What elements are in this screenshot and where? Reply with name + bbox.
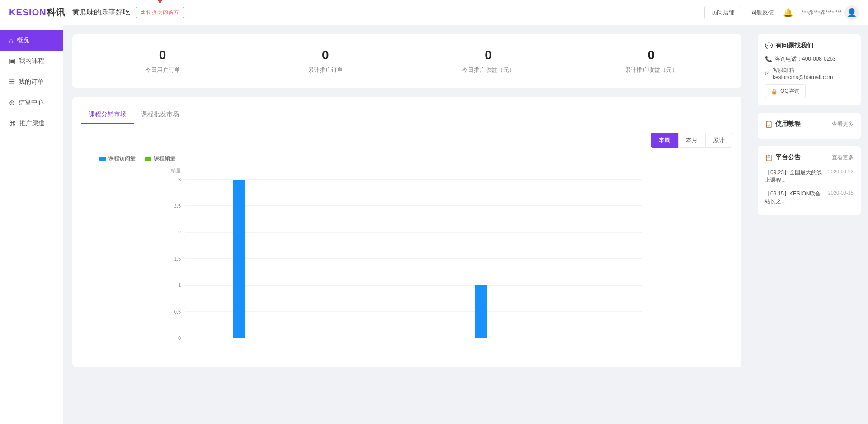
legend-visits-label: 课程访问量: [108, 155, 136, 162]
svg-text:3: 3: [178, 177, 181, 182]
svg-text:1.5: 1.5: [174, 256, 181, 262]
chart-legend: 课程访问量 课程销量: [99, 155, 732, 162]
svg-text:0.5: 0.5: [174, 309, 181, 314]
svg-text:0: 0: [178, 335, 181, 341]
announcement-list: 【09.23】全国最大的线上课程... 2020-09-23 【09.15】KE…: [765, 166, 854, 208]
stat-total-promo-orders-value: 0: [244, 48, 406, 62]
sidebar-item-my-courses[interactable]: ▣ 我的课程: [0, 51, 63, 71]
ctrl-cumulative[interactable]: 累计: [705, 133, 732, 148]
main-layout: ⌂ 概况 ▣ 我的课程 ☰ 我的订单 ⊕ 结算中心 ⌘ 推广渠道 0 今日用户订…: [0, 25, 868, 424]
right-panel: 💬 有问题找我们 📞 咨询电话：400-008-0263 ✉ 客服邮箱：kesi…: [750, 25, 868, 424]
email-label: 客服邮箱：kesioncms@hotmail.com: [773, 67, 854, 81]
announcement-title: 📋 平台公告: [765, 153, 801, 162]
user-info[interactable]: ***@***@****.*** 👤: [802, 5, 859, 20]
settlement-icon: ⊕: [9, 99, 15, 107]
stat-today-orders-label: 今日用户订单: [81, 66, 244, 74]
orders-icon: ☰: [9, 78, 15, 86]
announcement-card: 📋 平台公告 查看更多 【09.23】全国最大的线上课程... 2020-09-…: [758, 146, 861, 215]
help-card: 💬 有问题找我们 📞 咨询电话：400-008-0263 ✉ 客服邮箱：kesi…: [758, 34, 861, 105]
sidebar-label-promo: 推广渠道: [19, 119, 45, 128]
tab-wholesale[interactable]: 课程批发市场: [134, 106, 186, 124]
stat-total-earnings: 0 累计推广收益（元）: [570, 48, 732, 74]
legend-visits: 课程访问量: [99, 155, 136, 162]
tutorial-more-link[interactable]: 查看更多: [832, 120, 854, 128]
qq-btn-label: QQ咨询: [780, 87, 800, 95]
home-icon: ⌂: [9, 37, 13, 44]
email-row: ✉ 客服邮箱：kesioncms@hotmail.com: [765, 67, 854, 81]
avatar: 👤: [844, 5, 859, 20]
ctrl-week[interactable]: 本周: [651, 133, 678, 148]
switch-btn-label: 切换为内窗方: [146, 9, 179, 16]
phone-icon: 📞: [765, 56, 772, 62]
news-item-1[interactable]: 【09.15】KESION联合站长之... 2020-09-15: [765, 187, 854, 208]
stat-total-earnings-value: 0: [570, 48, 732, 62]
help-title: 💬 有问题找我们: [765, 42, 854, 50]
sidebar-label-my-orders: 我的订单: [19, 78, 44, 86]
logo-kesion: KESION: [9, 7, 47, 17]
logo-kexun: 科讯: [47, 7, 66, 17]
logo: KESION科讯: [9, 6, 72, 19]
news-date-1: 2020-09-15: [828, 190, 854, 195]
visit-store-button[interactable]: 访问店铺: [704, 6, 741, 19]
sidebar-item-my-orders[interactable]: ☰ 我的订单: [0, 71, 63, 92]
tab-distribution[interactable]: 课程分销市场: [81, 106, 134, 124]
announcement-more-link[interactable]: 查看更多: [832, 154, 854, 162]
sidebar-item-overview[interactable]: ⌂ 概况: [0, 30, 63, 51]
qq-consult-button[interactable]: 🔒 QQ咨询: [765, 84, 806, 98]
header-right: 访问店铺 问题反馈 🔔 ***@***@****.*** 👤: [704, 5, 859, 20]
sidebar-label-my-courses: 我的课程: [19, 57, 44, 65]
main-content: 0 今日用户订单 0 累计推广订单 0 今日推广收益（元） 0 累计推广收益（元…: [63, 25, 750, 424]
tutorial-card: 📋 使用教程 查看更多: [758, 113, 861, 139]
switch-to-inner-button[interactable]: ⇄ 切换为内窗方: [136, 7, 184, 18]
logo-text: KESION科讯: [9, 6, 66, 19]
svg-text:2: 2: [178, 230, 181, 235]
y-axis-label: 销量: [170, 168, 181, 173]
phone-row: 📞 咨询电话：400-008-0263: [765, 55, 854, 63]
lock-icon: 🔒: [771, 88, 778, 95]
stat-today-earnings: 0 今日推广收益（元）: [407, 48, 570, 74]
store-name: 黄瓜味的乐事好吃: [72, 8, 130, 17]
legend-dot-blue: [99, 157, 106, 161]
tutorial-header: 📋 使用教程 查看更多: [765, 120, 854, 128]
market-tabs: 课程分销市场 课程批发市场: [81, 106, 732, 124]
help-icon: 💬: [765, 42, 773, 49]
stat-total-promo-orders: 0 累计推广订单: [244, 48, 406, 74]
legend-dot-green: [145, 157, 151, 161]
chart-wrapper: 销量 3 2.5 2 1.5 1 0.5: [81, 166, 732, 358]
stats-card: 0 今日用户订单 0 累计推广订单 0 今日推广收益（元） 0 累计推广收益（元…: [72, 34, 741, 88]
sidebar-label-overview: 概况: [17, 36, 29, 44]
chart-controls: 本周 本月 累计: [81, 133, 732, 148]
ctrl-month[interactable]: 本月: [678, 133, 705, 148]
news-title-1: 【09.15】KESION联合站长之...: [765, 190, 825, 205]
news-title-0: 【09.23】全国最大的线上课程...: [765, 169, 825, 184]
stat-today-orders: 0 今日用户订单: [81, 48, 244, 74]
sidebar-item-settlement[interactable]: ⊕ 结算中心: [0, 92, 63, 113]
sidebar: ⌂ 概况 ▣ 我的课程 ☰ 我的订单 ⊕ 结算中心 ⌘ 推广渠道: [0, 25, 63, 424]
notification-bell-icon[interactable]: 🔔: [783, 8, 793, 18]
promo-icon: ⌘: [9, 119, 16, 128]
stat-today-earnings-label: 今日推广收益（元）: [407, 66, 570, 74]
content-card: 课程分销市场 课程批发市场 本周 本月 累计 课程访问量 课程销量: [72, 97, 741, 367]
courses-icon: ▣: [9, 57, 15, 65]
svg-text:1: 1: [178, 282, 181, 288]
email-icon: ✉: [765, 70, 770, 77]
tutorial-icon: 📋: [765, 120, 773, 128]
bar-1: [233, 180, 245, 338]
phone-label: 咨询电话：400-008-0263: [775, 55, 836, 63]
sidebar-item-promo[interactable]: ⌘ 推广渠道: [0, 113, 63, 134]
announcement-header: 📋 平台公告 查看更多: [765, 153, 854, 162]
feedback-button[interactable]: 问题反馈: [750, 9, 774, 17]
bar-chart: 销量 3 2.5 2 1.5 1 0.5: [81, 166, 732, 356]
legend-sales-label: 课程销量: [154, 155, 175, 162]
stat-today-earnings-value: 0: [407, 48, 570, 62]
bar-2: [475, 285, 487, 338]
legend-sales: 课程销量: [145, 155, 175, 162]
stat-today-orders-value: 0: [81, 48, 244, 62]
news-item-0[interactable]: 【09.23】全国最大的线上课程... 2020-09-23: [765, 166, 854, 187]
tutorial-title: 📋 使用教程: [765, 120, 801, 128]
sidebar-label-settlement: 结算中心: [19, 99, 44, 107]
top-header: KESION科讯 黄瓜味的乐事好吃 ⇄ 切换为内窗方 访问店铺 问题反馈 🔔 *…: [0, 0, 868, 25]
user-text: ***@***@****.***: [802, 10, 842, 16]
announcement-icon: 📋: [765, 154, 773, 161]
news-date-0: 2020-09-23: [828, 169, 854, 174]
